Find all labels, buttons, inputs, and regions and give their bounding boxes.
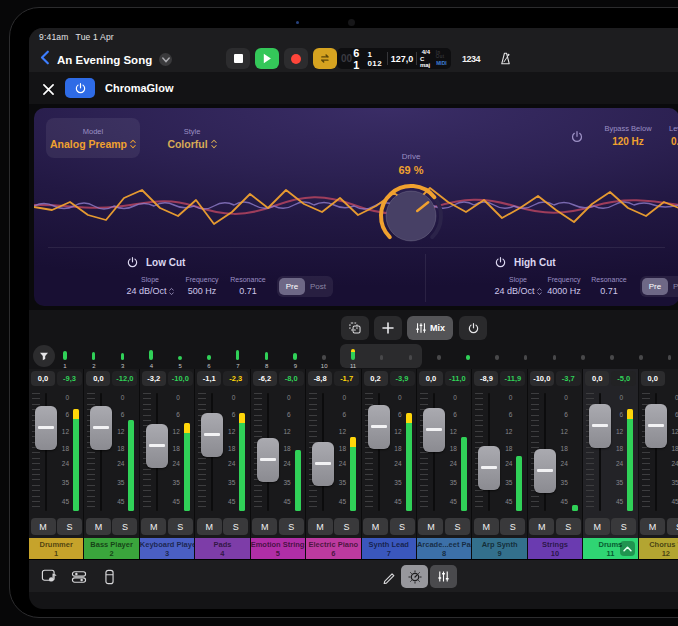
overview-track[interactable] [521,345,531,369]
fader-handle[interactable] [35,406,57,450]
track-label[interactable]: Pads4 [195,538,249,559]
cycle-button[interactable] [313,48,337,69]
solo-button[interactable]: S [223,518,248,535]
fader-handle[interactable] [368,405,390,449]
peak-level-value[interactable]: -5,0 [611,371,636,386]
solo-button[interactable]: S [390,518,415,535]
duplicate-button[interactable] [341,316,369,340]
bypass-power-button[interactable] [570,130,584,148]
solo-button[interactable]: S [112,518,137,535]
peak-level-value[interactable]: -11,9 [500,371,525,386]
track-label[interactable]: Arcade...eet Pad8 [417,538,471,559]
mute-button[interactable]: M [86,518,111,535]
volume-db-value[interactable]: 0,0 [641,371,665,386]
peak-level-value[interactable]: -3,9 [390,371,415,386]
play-button[interactable] [255,48,279,69]
track-label[interactable]: Drummer1 [29,538,83,559]
volume-db-value[interactable]: 0,0 [419,371,443,386]
overview-track[interactable]: 3 [118,345,128,369]
mute-button[interactable]: M [585,518,610,535]
solo-button[interactable]: S [57,518,82,535]
mute-button[interactable]: M [308,518,333,535]
overview-track[interactable]: 7 [233,345,243,369]
mute-button[interactable]: M [197,518,222,535]
peak-level-value[interactable]: -12,0 [112,371,137,386]
overview-track[interactable] [377,345,387,369]
track-label[interactable]: Emotion Strings5 [251,538,305,559]
fader-handle[interactable] [534,449,556,493]
low-cut-resonance[interactable]: Resonance 0.71 [216,276,280,296]
fader-handle[interactable] [423,408,445,452]
overview-track[interactable] [550,345,560,369]
overview-track[interactable]: 2 [89,345,99,369]
overview-track[interactable]: 5 [175,345,185,369]
overview-track[interactable] [636,345,646,369]
high-cut-pre-post-toggle[interactable]: Pre Post [640,276,678,297]
add-track-button[interactable] [374,316,402,340]
fader-handle[interactable] [201,413,223,457]
overview-track[interactable] [434,345,444,369]
overview-track[interactable] [463,345,473,369]
volume-db-value[interactable]: -1,1 [197,371,221,386]
record-button[interactable] [284,48,308,69]
overview-track[interactable]: 10 [319,345,329,369]
stop-button[interactable] [226,48,250,69]
mute-button[interactable]: M [31,518,56,535]
mute-button[interactable]: M [529,518,554,535]
close-plugin-button[interactable] [43,81,54,99]
overview-track[interactable] [607,345,617,369]
plugins-button[interactable] [67,566,91,587]
volume-db-value[interactable]: -6,2 [253,371,277,386]
song-title[interactable]: An Evening Song [57,54,152,66]
volume-db-value[interactable]: -10,0 [530,371,554,386]
track-label[interactable]: Electric Piano6 [306,538,360,559]
mute-button[interactable]: M [363,518,388,535]
solo-button[interactable]: S [334,518,359,535]
mute-button[interactable]: M [640,518,665,535]
drive-knob[interactable] [377,182,445,250]
pre-button[interactable]: Pre [279,278,305,295]
solo-button[interactable]: S [445,518,470,535]
fader-handle[interactable] [312,442,334,486]
model-selector[interactable]: Model Analog Preamp [46,118,140,158]
mixer-view-button[interactable] [430,565,457,588]
volume-db-value[interactable]: 0,0 [585,371,609,386]
fader-handle[interactable] [645,404,667,448]
volume-db-value[interactable]: -8,9 [474,371,498,386]
peak-level-value[interactable]: -3,7 [556,371,581,386]
smart-controls-button[interactable] [401,565,428,588]
fader-handle[interactable] [146,424,168,468]
solo-button[interactable]: S [667,518,678,535]
volume-db-value[interactable]: 0,2 [364,371,388,386]
volume-db-value[interactable]: -8,8 [308,371,332,386]
metronome-button[interactable] [492,48,518,69]
volume-db-value[interactable]: -3,2 [142,371,166,386]
overview-track[interactable] [578,345,588,369]
overview-track[interactable] [665,345,675,369]
fader-tool-button[interactable] [97,566,121,587]
post-button[interactable]: Post [668,278,678,295]
solo-button[interactable]: S [611,518,636,535]
overview-track[interactable]: 4 [146,345,156,369]
track-label[interactable]: Bass Player2 [84,538,138,559]
overview-track[interactable]: 9 [290,345,300,369]
volume-db-value[interactable]: 0,0 [86,371,110,386]
mute-button[interactable]: M [252,518,277,535]
track-label[interactable]: Chorus V12 [639,538,678,559]
plugin-power-button[interactable] [65,78,95,98]
collapse-chevron-button[interactable] [620,541,635,556]
level-control[interactable]: Level 0.0 [648,124,678,147]
overview-track[interactable]: 11 [348,345,358,369]
track-label[interactable]: Keyboard Player3 [140,538,194,559]
solo-button[interactable]: S [168,518,193,535]
fader-handle[interactable] [257,438,279,482]
song-menu-button[interactable] [159,53,172,66]
solo-button[interactable]: S [500,518,525,535]
fader-handle[interactable] [589,404,611,448]
track-overview-row[interactable]: 1234567891011 [29,345,678,369]
fader-handle[interactable] [90,406,112,450]
mixer-power-button[interactable] [459,316,487,340]
peak-level-value[interactable]: -11,0 [445,371,470,386]
volume-db-value[interactable]: 0,0 [31,371,55,386]
style-selector[interactable]: Style Colorful [150,118,234,158]
